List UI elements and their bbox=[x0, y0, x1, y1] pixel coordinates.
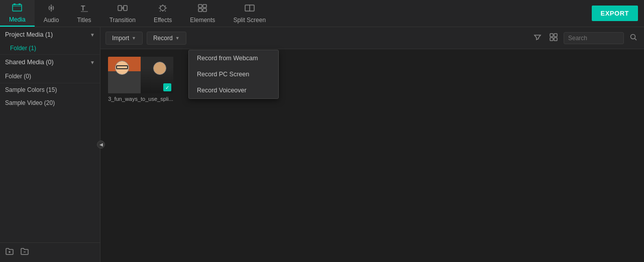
splitscreen-icon bbox=[245, 4, 255, 15]
nav-elements[interactable]: Elements bbox=[181, 0, 224, 27]
elements-icon bbox=[197, 4, 207, 15]
svg-point-8 bbox=[160, 6, 165, 11]
media-item-label: 3_fun_ways_to_use_spli... bbox=[108, 96, 173, 102]
media-item[interactable]: ✓ 3_fun_ways_to_use_spli... bbox=[108, 57, 173, 102]
media-thumbnail: ✓ bbox=[108, 57, 173, 93]
nav-splitscreen-label: Split Screen bbox=[233, 17, 266, 24]
nav-elements-label: Elements bbox=[190, 17, 215, 24]
chevron-down-icon: ▼ bbox=[90, 32, 95, 38]
svg-rect-1 bbox=[14, 4, 16, 5]
svg-rect-21 bbox=[554, 38, 557, 41]
shared-media-header[interactable]: Shared Media (0) ▼ bbox=[0, 55, 100, 70]
thumb-head-right bbox=[153, 62, 166, 75]
chevron-down-icon-2: ▼ bbox=[90, 60, 95, 65]
titles-icon: T bbox=[80, 4, 89, 15]
sidebar-collapse-handle[interactable]: ◀ bbox=[97, 141, 105, 149]
sidebar-bottom bbox=[0, 242, 100, 262]
search-icon[interactable] bbox=[628, 32, 639, 44]
nav-splitscreen[interactable]: Split Screen bbox=[224, 0, 275, 27]
project-media-header[interactable]: Project Media (1) ▼ bbox=[0, 27, 100, 42]
shared-media-section: Shared Media (0) ▼ Folder (0) bbox=[0, 55, 100, 83]
nav-media-label: Media bbox=[9, 16, 26, 23]
import-chevron-icon: ▼ bbox=[132, 36, 136, 41]
sample-video-item[interactable]: Sample Video (20) bbox=[0, 96, 100, 109]
delete-folder-icon[interactable] bbox=[20, 247, 29, 258]
folder-0-item[interactable]: Folder (0) bbox=[0, 70, 100, 83]
svg-rect-19 bbox=[554, 34, 557, 37]
sidebar: Project Media (1) ▼ Folder (1) Shared Me… bbox=[0, 27, 100, 262]
svg-point-22 bbox=[631, 35, 635, 39]
effects-icon bbox=[158, 4, 168, 15]
search-input[interactable] bbox=[564, 32, 624, 44]
record-webcam-item[interactable]: Record from Webcam bbox=[189, 50, 278, 66]
svg-text:T: T bbox=[81, 4, 85, 12]
svg-rect-18 bbox=[550, 34, 553, 37]
record-chevron-icon: ▼ bbox=[175, 36, 180, 41]
svg-rect-6 bbox=[118, 6, 122, 11]
media-toolbar: Import ▼ Record ▼ bbox=[100, 27, 644, 49]
nav-audio-label: Audio bbox=[44, 17, 59, 24]
media-icon bbox=[12, 3, 22, 15]
main-content: Project Media (1) ▼ Folder (1) Shared Me… bbox=[0, 27, 644, 262]
nav-effects-label: Effects bbox=[154, 17, 172, 24]
shared-media-label: Shared Media (0) bbox=[5, 59, 54, 66]
sample-colors-item[interactable]: Sample Colors (15) bbox=[0, 83, 100, 96]
svg-rect-11 bbox=[198, 9, 202, 12]
record-dropdown: Record from Webcam Record PC Screen Reco… bbox=[188, 50, 279, 99]
media-grid: ✓ 3_fun_ways_to_use_spli... bbox=[100, 49, 644, 262]
svg-rect-20 bbox=[550, 38, 553, 41]
media-panel: Import ▼ Record ▼ bbox=[100, 27, 644, 262]
folder-1-item[interactable]: Folder (1) bbox=[0, 42, 100, 54]
import-button[interactable]: Import ▼ bbox=[105, 32, 143, 45]
nav-transition[interactable]: Transition bbox=[100, 0, 145, 27]
record-label: Record bbox=[153, 35, 173, 42]
svg-rect-9 bbox=[198, 5, 202, 8]
nav-titles-label: Titles bbox=[77, 17, 91, 24]
record-pcscreen-item[interactable]: Record PC Screen bbox=[189, 66, 278, 82]
svg-rect-0 bbox=[13, 5, 22, 11]
record-voiceover-item[interactable]: Record Voiceover bbox=[189, 82, 278, 98]
thumb-checkmark-icon: ✓ bbox=[163, 83, 171, 91]
nav-media[interactable]: Media bbox=[0, 0, 35, 27]
nav-titles[interactable]: T Titles bbox=[68, 0, 100, 27]
nav-audio[interactable]: Audio bbox=[35, 0, 68, 27]
svg-rect-2 bbox=[19, 4, 21, 5]
toolbar-right bbox=[531, 31, 639, 45]
project-media-section: Project Media (1) ▼ Folder (1) bbox=[0, 27, 100, 55]
grid-view-icon[interactable] bbox=[548, 31, 560, 45]
svg-rect-12 bbox=[203, 9, 206, 12]
nav-transition-label: Transition bbox=[110, 17, 136, 24]
import-label: Import bbox=[112, 35, 129, 42]
top-nav: Media Audio T Titles bbox=[0, 0, 644, 27]
svg-line-23 bbox=[635, 39, 637, 41]
record-button[interactable]: Record ▼ bbox=[147, 32, 186, 45]
audio-icon bbox=[47, 4, 56, 15]
svg-point-3 bbox=[50, 7, 52, 9]
thumb-glasses bbox=[116, 65, 128, 69]
transition-icon bbox=[118, 4, 128, 15]
filter-icon[interactable] bbox=[531, 31, 544, 45]
project-media-label: Project Media (1) bbox=[5, 31, 53, 38]
svg-rect-10 bbox=[203, 5, 206, 8]
add-folder-icon[interactable] bbox=[5, 247, 14, 258]
export-button[interactable]: EXPORT bbox=[592, 6, 638, 21]
nav-effects[interactable]: Effects bbox=[145, 0, 181, 27]
